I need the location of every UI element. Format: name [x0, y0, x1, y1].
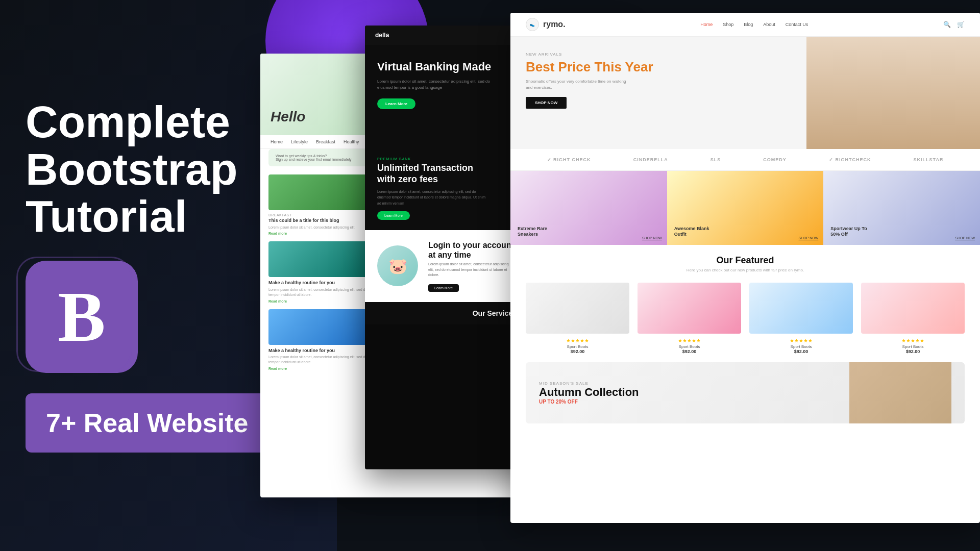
- ecom-autumn-text: MID SEASON'S SALE Autumn Collection UP T…: [539, 381, 639, 405]
- ecom-brands-bar: ✓ RIGHT CHECK Cinderella SLS comedy ✓ Ri…: [510, 149, 980, 171]
- product-image: [526, 283, 629, 334]
- product-price: $92.00: [526, 349, 629, 354]
- ecom-feat-watch: Sportwear Up To50% Off SHOP NOW: [823, 171, 980, 245]
- ecom-feat-shop-btn[interactable]: SHOP NOW: [642, 236, 662, 240]
- cta-text: 7+ Real Website: [46, 408, 248, 438]
- ecom-hero-text: NEW ARRIVALS Best Price This Year Shooma…: [510, 37, 806, 149]
- ecom-logo-text: rymo.: [543, 20, 566, 29]
- ecom-featured-grid: Extreme RareSneakers SHOP NOW Awesome Bl…: [510, 171, 980, 245]
- product-image: [749, 283, 853, 334]
- bootstrap-letter: B: [58, 276, 105, 358]
- list-item: ★★★★★ Sport Boots $92.00: [526, 283, 629, 354]
- ecom-nav-links: Home Shop Blog About Contact Us: [700, 22, 808, 27]
- ecom-logo-icon: 👟: [526, 18, 539, 31]
- ecom-hero-body: Shoomatic offers your very comfortable t…: [526, 79, 628, 91]
- blog-hero-text: Hello: [271, 109, 305, 125]
- brand-rightcheck: ✓ RIGHT CHECK: [547, 157, 591, 162]
- ecom-autumn-tag: MID SEASON'S SALE: [539, 381, 639, 386]
- ecom-feat-outfit-btn[interactable]: SHOP NOW: [799, 236, 819, 240]
- ecom-model-image: [806, 37, 980, 149]
- product-price: $92.00: [638, 349, 741, 354]
- ecom-feat-outfit: Awesome BlankOutfit SHOP NOW: [667, 171, 824, 245]
- ecom-nav-icons: 🔍 🛒: [943, 21, 965, 28]
- brand-sls: SLS: [710, 157, 721, 162]
- ecom-hero: NEW ARRIVALS Best Price This Year Shooma…: [510, 37, 980, 149]
- product-image: [861, 283, 965, 334]
- banking-hero-body: Lorem ipsum dolor sit amet, consectetur …: [377, 79, 500, 91]
- banking-login-content: Login to your accountat any time Lorem i…: [428, 240, 514, 292]
- brand-rightcheck2: ✓ RightCheck: [829, 157, 871, 162]
- banking-section-button[interactable]: Learn More: [377, 211, 410, 220]
- banking-login-body: Lorem ipsum dolor sit amet, consectetur …: [428, 262, 510, 278]
- brand-skillstar: SkillStar: [914, 157, 944, 162]
- bootstrap-logo: B: [26, 261, 138, 373]
- banking-piggy-icon: 🐷: [377, 245, 418, 286]
- list-item: ★★★★★ Sport Boots $92.00: [638, 283, 741, 354]
- ecom-our-featured-sub: Here you can check out our new products …: [526, 268, 965, 272]
- ecom-autumn-image: [849, 362, 951, 423]
- product-stars: ★★★★★: [638, 338, 741, 343]
- ecom-feat-watch-btn[interactable]: SHOP NOW: [955, 236, 975, 240]
- product-name: Sport Boots: [526, 344, 629, 349]
- product-stars: ★★★★★: [861, 338, 965, 343]
- ecom-feat-sneakers: Extreme RareSneakers SHOP NOW: [510, 171, 667, 245]
- list-item: ★★★★★ Sport Boots $92.00: [861, 283, 965, 354]
- banking-hero-title: Virtual Banking Made: [377, 60, 510, 73]
- ecommerce-preview: 👟 rymo. Home Shop Blog About Contact Us …: [510, 13, 980, 523]
- brand-cinderella: Cinderella: [633, 157, 668, 162]
- ecom-hero-tag: NEW ARRIVALS: [526, 52, 791, 57]
- product-image: [638, 283, 741, 334]
- ecom-hero-title: Best Price This Year: [526, 60, 791, 74]
- banking-login-button[interactable]: Learn More: [428, 284, 459, 292]
- search-icon[interactable]: 🔍: [943, 21, 951, 28]
- product-price: $92.00: [861, 349, 965, 354]
- product-stars: ★★★★★: [526, 338, 629, 343]
- ecom-autumn-banner: MID SEASON'S SALE Autumn Collection UP T…: [526, 362, 965, 423]
- product-name: Sport Boots: [749, 344, 853, 349]
- ecom-shop-now-button[interactable]: SHOP NOW: [526, 97, 567, 109]
- product-name: Sport Boots: [861, 344, 965, 349]
- ecom-autumn-subtitle: UP TO 20% OFF: [539, 399, 639, 405]
- ecom-hero-image: [806, 37, 980, 149]
- brand-comedy: comedy: [763, 157, 787, 162]
- product-name: Sport Boots: [638, 344, 741, 349]
- ecom-autumn-title: Autumn Collection: [539, 386, 639, 399]
- ecom-logo-area: 👟 rymo.: [526, 18, 566, 31]
- ecom-nav: 👟 rymo. Home Shop Blog About Contact Us …: [510, 13, 980, 37]
- banking-login-title: Login to your accountat any time: [428, 240, 514, 260]
- banking-section-body: Lorem ipsum dolor sit amet, consectetur …: [377, 189, 489, 206]
- ecom-our-featured-section: Our Featured Here you can check out our …: [510, 245, 980, 278]
- ecom-products-grid: ★★★★★ Sport Boots $92.00 ★★★★★ Sport Boo…: [510, 278, 980, 362]
- list-item: ★★★★★ Sport Boots $92.00: [749, 283, 853, 354]
- banking-logo: della: [375, 32, 389, 39]
- product-stars: ★★★★★: [749, 338, 853, 343]
- cart-icon[interactable]: 🛒: [957, 21, 965, 28]
- banking-hero-button[interactable]: Learn More: [377, 98, 415, 109]
- product-price: $92.00: [749, 349, 853, 354]
- ecom-our-featured-title: Our Featured: [526, 255, 965, 266]
